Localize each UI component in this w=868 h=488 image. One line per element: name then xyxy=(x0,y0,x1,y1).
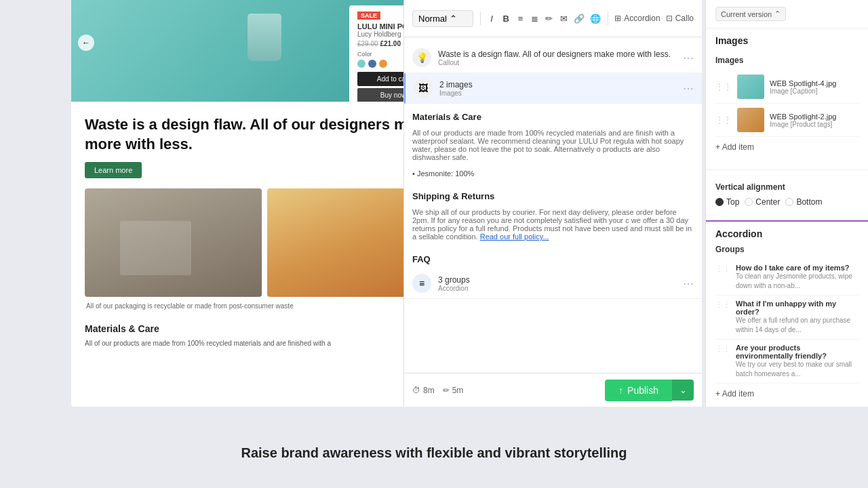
publish-btn-group: ↑ Publish ⌄ xyxy=(605,380,694,401)
learn-more-button[interactable]: Learn more xyxy=(85,162,142,178)
image-info-1: WEB Spotlight-4.jpg Image [Caption] xyxy=(770,79,859,95)
image-name-1: WEB Spotlight-4.jpg xyxy=(770,79,859,87)
images-title: 2 images xyxy=(439,80,676,89)
hero-section: SALE LULU MINI POT Lucy Holdberg £29.00 … xyxy=(71,0,458,102)
pencil-icon: ✏ xyxy=(443,386,450,395)
version-selector[interactable]: Current version ⌃ xyxy=(715,7,786,21)
images-text: 2 images Images xyxy=(439,80,676,97)
editor-toolbar: Normal ⌃ I B ≡ ≣ ✏ ✉ 🔗 🌐 ⊞ Accordion ⊡ C… xyxy=(404,0,702,37)
callout-menu[interactable]: ⋯ xyxy=(683,52,694,64)
group-content-3: Are your products environmentally friend… xyxy=(736,344,859,379)
hero-navigation: ← → xyxy=(71,35,458,51)
images-menu[interactable]: ⋯ xyxy=(683,82,694,95)
groups-label: Groups xyxy=(715,245,859,254)
publish-button[interactable]: ↑ Publish xyxy=(605,380,672,401)
accordion-type: Accordion xyxy=(438,285,676,292)
content-list: 💡 Waste is a design flaw. All of our des… xyxy=(404,37,702,373)
va-top[interactable]: Top xyxy=(715,197,739,207)
group-content-2: What if I'm unhappy with my order? We of… xyxy=(736,300,859,335)
images-section: Images ⋮⋮ WEB Spotlight-4.jpg Image [Cap… xyxy=(706,49,868,164)
images-item[interactable]: 🖼 2 images Images ⋯ xyxy=(404,73,702,104)
image-thumb-1 xyxy=(737,75,764,99)
va-bottom[interactable]: Bottom xyxy=(785,197,822,207)
group-answer-3: We try our very best to make our small b… xyxy=(736,360,859,379)
content-section-lower: Materials & Care All of our products are… xyxy=(71,317,458,355)
style-label: Normal xyxy=(418,14,447,24)
mail-button[interactable]: ✉ xyxy=(559,9,568,28)
style-selector[interactable]: Normal ⌃ xyxy=(412,10,473,27)
add-image-button[interactable]: + Add item xyxy=(715,137,754,157)
publish-dropdown-button[interactable]: ⌄ xyxy=(672,380,694,401)
images-icon: 🖼 xyxy=(414,79,433,98)
prev-arrow-button[interactable]: ← xyxy=(78,35,94,51)
paint-button[interactable]: ✏ xyxy=(545,9,553,28)
group-question-3: Are your products environmentally friend… xyxy=(736,344,859,360)
materials-text: All of our products are made from 100% r… xyxy=(85,338,444,348)
image-tag-1: Image [Caption] xyxy=(770,87,859,95)
add-group-button[interactable]: + Add item xyxy=(715,384,754,404)
globe-button[interactable]: 🌐 xyxy=(590,9,601,28)
group-answer-1: To clean any Jesmonite products, wipe do… xyxy=(736,272,859,291)
publish-icon: ↑ xyxy=(618,385,623,396)
image-thumb-2 xyxy=(737,108,764,132)
right-panel-header: Current version ⌃ xyxy=(706,0,868,28)
image-info-2: WEB Spotlight-2.jpg Image [Product tags] xyxy=(770,113,859,128)
chevron-icon: ⌃ xyxy=(450,14,457,24)
footer-stat-1: ⏱ 8m xyxy=(412,386,435,395)
accordion-groups-count: 3 groups xyxy=(438,275,676,285)
group-drag-1[interactable]: ⋮⋮ xyxy=(715,265,730,274)
callout-title: Waste is a design flaw. All of our desig… xyxy=(438,49,676,59)
materials-section-header: Materials & Care xyxy=(404,104,702,126)
chevron-down-icon: ⌄ xyxy=(679,385,687,395)
product-image-1 xyxy=(85,188,262,297)
group-drag-2[interactable]: ⋮⋮ xyxy=(715,301,730,310)
bold-button[interactable]: B xyxy=(502,9,511,28)
va-radio-top xyxy=(715,198,724,206)
bottom-tagline: Raise brand awareness with flexible and … xyxy=(0,445,868,461)
image-item-2: ⋮⋮ WEB Spotlight-2.jpg Image [Product ta… xyxy=(715,104,859,137)
faq-section-header: FAQ xyxy=(404,246,702,268)
va-top-label: Top xyxy=(726,197,739,207)
content-section: Waste is a design flaw. All of our desig… xyxy=(71,102,458,317)
image-name-2: WEB Spotlight-2.jpg xyxy=(770,113,859,121)
accordion-item[interactable]: ≡ 3 groups Accordion ⋯ xyxy=(404,268,702,299)
color-dot-blue[interactable] xyxy=(357,60,366,68)
group-drag-3[interactable]: ⋮⋮ xyxy=(715,345,730,354)
main-heading: Waste is a design flaw. All of our desig… xyxy=(85,115,444,154)
group-content-1: How do I take care of my items? To clean… xyxy=(736,264,859,291)
italic-button[interactable]: I xyxy=(487,9,496,28)
va-center[interactable]: Center xyxy=(745,197,780,207)
va-label: Vertical alignment xyxy=(715,182,859,192)
sale-badge: SALE xyxy=(357,12,380,20)
version-label: Current version xyxy=(721,10,772,18)
accordion-label: ⊞ Accordion xyxy=(614,14,660,23)
group-item-1: ⋮⋮ How do I take care of my items? To cl… xyxy=(715,260,859,296)
color-dot-dark[interactable] xyxy=(368,60,376,68)
callout-icon: 💡 xyxy=(412,48,431,67)
image-tag-2: Image [Product tags] xyxy=(770,121,859,128)
materials-title: Materials & Care xyxy=(85,323,444,334)
va-radio-bottom xyxy=(785,198,793,206)
callo-icon: ⊡ xyxy=(666,14,673,23)
vertical-alignment-section: Vertical alignment Top Center Bottom xyxy=(706,176,868,214)
drag-handle-1[interactable]: ⋮⋮ xyxy=(715,82,732,92)
color-dot-orange[interactable] xyxy=(379,60,387,68)
list-button[interactable]: ≡ xyxy=(516,9,525,28)
va-options: Top Center Bottom xyxy=(715,197,859,207)
callout-item[interactable]: 💡 Waste is a design flaw. All of our des… xyxy=(404,43,702,73)
group-question-1: How do I take care of my items? xyxy=(736,264,859,272)
va-radio-center xyxy=(745,198,753,206)
image-item-1: ⋮⋮ WEB Spotlight-4.jpg Image [Caption] xyxy=(715,70,859,104)
accordion-list-icon: ≡ xyxy=(412,274,431,293)
accordion-panel-title: Accordion xyxy=(715,228,859,239)
callout-text: Waste is a design flaw. All of our desig… xyxy=(438,49,676,66)
policy-link[interactable]: Read our full policy... xyxy=(480,232,549,241)
shipping-section-header: Shipping & Returns xyxy=(404,183,702,205)
link-button[interactable]: 🔗 xyxy=(574,9,585,28)
footer-stat-2: ✏ 5m xyxy=(443,386,464,395)
drag-handle-2[interactable]: ⋮⋮ xyxy=(715,115,732,125)
panel-divider xyxy=(706,169,868,170)
ordered-list-button[interactable]: ≣ xyxy=(530,9,539,28)
editor-footer: ⏱ 8m ✏ 5m ↑ Publish ⌄ xyxy=(404,373,702,407)
accordion-menu[interactable]: ⋯ xyxy=(683,277,694,290)
